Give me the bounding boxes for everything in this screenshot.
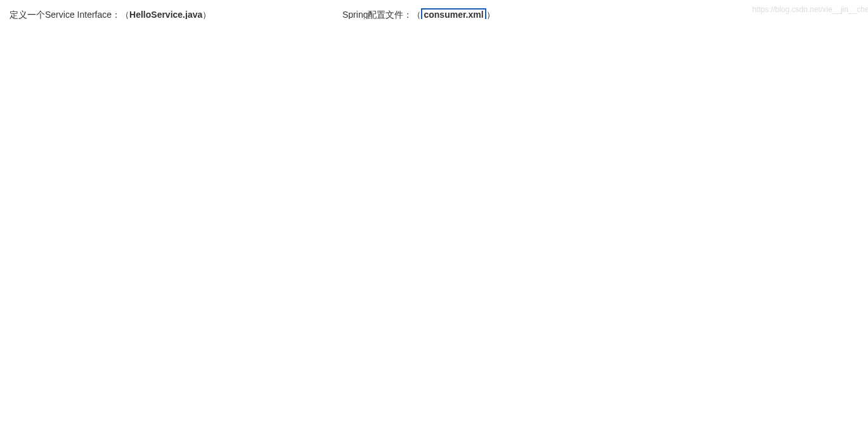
box-consumer-xml: consumer.xml bbox=[421, 8, 486, 19]
watermark: https://blog.csdn.net/xie__jin__cheng bbox=[753, 5, 868, 14]
